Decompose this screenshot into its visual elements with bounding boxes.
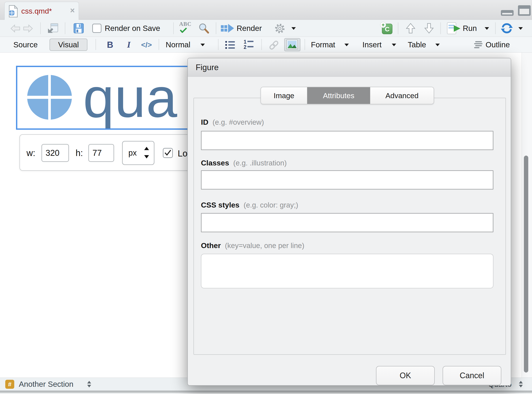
section-spinner-down-icon[interactable] [87, 385, 91, 387]
editor-tab-bar [0, 0, 532, 20]
numbered-list-icon[interactable]: 1 2 [244, 39, 254, 51]
quarto-logo-circle-icon [27, 75, 72, 120]
save-icon[interactable] [74, 23, 84, 34]
link-icon[interactable] [269, 40, 279, 51]
section-spinner-up-icon[interactable] [87, 381, 91, 384]
run-options-caret-icon[interactable] [485, 27, 489, 30]
lock-ratio-label: Lo [178, 135, 188, 171]
tab-close-icon[interactable]: × [70, 2, 75, 20]
forward-icon[interactable] [23, 24, 33, 34]
open-in-new-window-icon[interactable] [47, 23, 59, 35]
visual-mode-button[interactable]: Visual [50, 39, 88, 51]
units-select[interactable]: px [122, 141, 155, 165]
quarto-document-icon [8, 5, 18, 19]
run-icon [447, 22, 461, 35]
lock-ratio-checkbox[interactable] [163, 148, 173, 158]
editor-scrollbar[interactable] [522, 53, 532, 378]
gear-icon[interactable] [274, 23, 285, 35]
format-menu-caret-icon[interactable] [344, 44, 349, 46]
width-input[interactable] [41, 144, 69, 162]
classes-field-label: Classes (e.g. .illustration) [201, 159, 287, 167]
render-options-caret-icon[interactable] [291, 27, 296, 30]
format-toolbar: Source Visual B I </> Normal 1 2 [0, 37, 532, 53]
tab-css-qmd[interactable]: css.qmd* × [4, 2, 79, 20]
source-mode-button[interactable]: Source [13, 37, 38, 53]
paragraph-style-caret-icon[interactable] [201, 44, 205, 46]
unit-up-icon [144, 147, 149, 150]
other-field-label: Other (key=value, one per line) [201, 241, 304, 250]
section-navigator[interactable]: Another Section [19, 378, 73, 390]
editor-scrollbar-thumb[interactable] [524, 156, 528, 373]
quarto-logo-text: qua [83, 66, 177, 130]
code-button[interactable]: </> [141, 37, 152, 53]
check-icon [164, 150, 171, 156]
figure-dialog-titlebar[interactable]: Figure [188, 58, 511, 77]
rerun-options-caret-icon[interactable] [518, 27, 523, 30]
mode-spinner-down-icon[interactable] [519, 385, 523, 387]
rerun-icon[interactable] [501, 23, 513, 34]
paragraph-style-dropdown[interactable]: Normal [166, 37, 190, 53]
unit-down-icon [144, 155, 149, 158]
insert-menu[interactable]: Insert [362, 37, 382, 53]
format-menu[interactable]: Format [311, 37, 335, 53]
tab-advanced[interactable]: Advanced [370, 87, 434, 104]
render-button[interactable]: Render [237, 20, 262, 37]
jump-down-icon[interactable] [424, 23, 434, 35]
italic-button[interactable]: I [127, 37, 131, 53]
css-styles-input[interactable] [201, 213, 493, 232]
outline-toggle[interactable]: Outline [486, 37, 510, 53]
dialog-title: Figure [196, 58, 219, 77]
height-label: h: [76, 135, 83, 171]
figure-dialog: Figure Image Attributes Advanced ID (e.g… [187, 58, 511, 386]
css-styles-field-label: CSS styles (e.g. color: gray;) [201, 201, 298, 209]
bullet-list-icon[interactable] [225, 40, 235, 50]
mode-spinner-up-icon[interactable] [519, 381, 523, 384]
id-input[interactable] [201, 131, 493, 150]
window-bottom-edge [0, 390, 532, 393]
render-icon[interactable] [221, 23, 234, 34]
bold-button[interactable]: B [107, 37, 113, 53]
window-bottom-highlight [0, 393, 532, 394]
tab-image[interactable]: Image [261, 87, 307, 104]
search-icon[interactable] [198, 23, 209, 35]
plus-badge-icon: + [380, 22, 386, 28]
rstudio-source-pane: css.qmd* × Re [0, 0, 532, 394]
insert-menu-caret-icon[interactable] [392, 44, 396, 46]
cancel-button[interactable]: Cancel [443, 366, 501, 385]
image-button[interactable] [284, 38, 300, 51]
spellcheck-icon[interactable]: ABC [179, 21, 191, 33]
table-menu[interactable]: Table [408, 37, 426, 53]
height-input[interactable] [88, 144, 114, 162]
outline-icon[interactable] [474, 41, 483, 50]
maximize-pane-icon[interactable] [518, 5, 531, 16]
classes-input[interactable] [201, 170, 493, 190]
dialog-tab-strip: Image Attributes Advanced [261, 87, 434, 104]
run-button[interactable]: Run [463, 20, 477, 37]
back-icon[interactable] [10, 24, 21, 34]
width-label: w: [26, 135, 35, 171]
render-on-save-checkbox[interactable] [92, 24, 101, 33]
table-menu-caret-icon[interactable] [435, 44, 440, 46]
ok-button[interactable]: OK [376, 366, 435, 385]
tab-title: css.qmd* [21, 2, 52, 20]
jump-up-icon[interactable] [406, 23, 415, 35]
render-on-save-label: Render on Save [105, 20, 160, 37]
id-field-label: ID (e.g. #overview) [201, 118, 264, 126]
other-textarea[interactable] [201, 254, 493, 288]
section-hash-icon: # [5, 380, 14, 389]
minimize-pane-icon[interactable] [501, 10, 514, 16]
main-toolbar: Render on Save ABC Render [0, 20, 532, 37]
tab-attributes[interactable]: Attributes [307, 87, 370, 104]
